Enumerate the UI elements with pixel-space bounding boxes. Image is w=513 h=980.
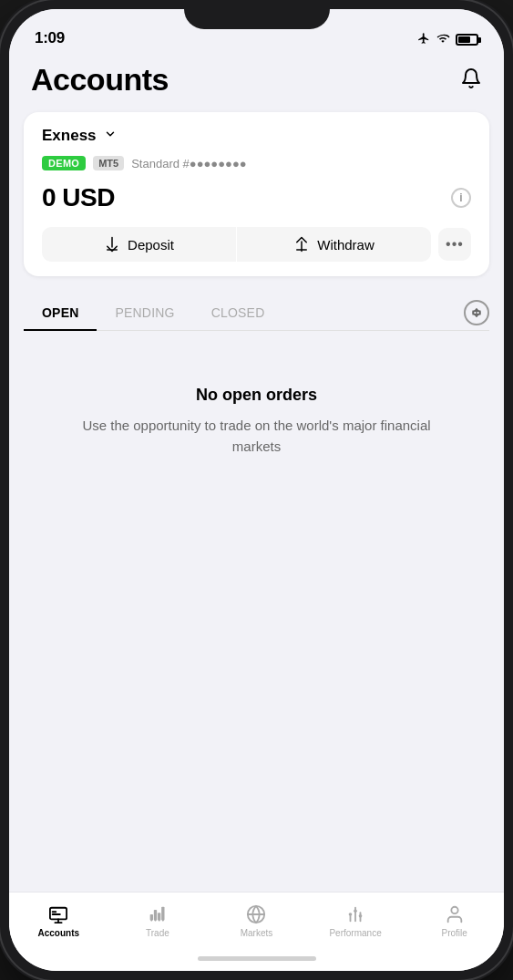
battery-fill — [458, 36, 470, 43]
svg-rect-14 — [158, 913, 160, 920]
notification-button[interactable] — [460, 67, 482, 93]
tab-pending[interactable]: PENDING — [97, 294, 192, 331]
deposit-label: Deposit — [128, 237, 174, 253]
profile-nav-icon — [443, 903, 467, 925]
page-title: Accounts — [31, 62, 169, 98]
notch — [184, 0, 330, 29]
nav-performance[interactable]: Performance — [306, 900, 405, 942]
tabs-row: OPEN PENDING CLOSED — [24, 294, 489, 331]
phone-frame: 1:09 — [0, 0, 513, 980]
nav-accounts[interactable]: Accounts — [9, 900, 108, 942]
deposit-button[interactable]: Deposit — [42, 227, 236, 262]
home-indicator-bar — [198, 956, 316, 961]
withdraw-button[interactable]: Withdraw — [237, 227, 431, 262]
nav-markets[interactable]: Markets — [207, 900, 306, 942]
header: Accounts — [9, 55, 504, 112]
svg-point-18 — [349, 913, 353, 916]
performance-nav-label: Performance — [329, 928, 381, 938]
svg-point-21 — [451, 907, 457, 913]
trade-nav-icon — [146, 903, 169, 925]
tab-open[interactable]: OPEN — [24, 294, 97, 331]
nav-profile[interactable]: Profile — [405, 900, 504, 942]
sort-button[interactable] — [464, 300, 489, 325]
battery-icon — [456, 34, 478, 46]
account-balance: 0 USD — [42, 183, 115, 212]
orders-section: OPEN PENDING CLOSED — [9, 294, 504, 892]
trade-nav-label: Trade — [146, 928, 169, 938]
tab-closed[interactable]: CLOSED — [193, 294, 283, 331]
account-card: Exness DEMO MT5 Standard #●●●●●●●● — [24, 112, 489, 276]
account-type: Standard #●●●●●●●● — [131, 157, 246, 170]
svg-rect-15 — [161, 907, 164, 921]
profile-nav-label: Profile — [441, 928, 467, 938]
deposit-icon — [104, 236, 120, 253]
more-icon: ••• — [446, 236, 464, 253]
empty-title: No open orders — [196, 386, 317, 405]
home-indicator — [9, 945, 504, 971]
account-badges: DEMO MT5 Standard #●●●●●●●● — [42, 156, 471, 170]
empty-subtitle: Use the opportunity to trade on the worl… — [60, 416, 453, 457]
nav-trade[interactable]: Trade — [108, 900, 208, 942]
screen: 1:09 — [9, 9, 504, 971]
chevron-down-icon[interactable] — [104, 128, 117, 144]
status-time: 1:09 — [35, 29, 65, 47]
markets-nav-icon — [244, 903, 268, 925]
more-button[interactable]: ••• — [438, 228, 471, 261]
markets-nav-label: Markets — [241, 928, 273, 938]
wifi-icon — [436, 32, 450, 47]
accounts-nav-label: Accounts — [38, 928, 80, 938]
main-content: Accounts Exness — [9, 55, 504, 892]
svg-point-20 — [359, 914, 363, 918]
bottom-nav: Accounts Trade — [9, 892, 504, 945]
account-actions: Deposit Withdraw ••• — [42, 227, 471, 262]
balance-row: 0 USD i — [42, 183, 471, 212]
airplane-icon — [417, 32, 430, 47]
info-icon[interactable]: i — [451, 188, 471, 208]
sort-icon — [470, 306, 483, 319]
withdraw-label: Withdraw — [317, 237, 374, 253]
broker-name: Exness — [42, 127, 97, 145]
empty-state: No open orders Use the opportunity to tr… — [24, 331, 489, 511]
svg-point-19 — [354, 910, 357, 913]
account-header: Exness — [42, 127, 471, 145]
performance-nav-icon — [344, 903, 367, 925]
demo-badge: DEMO — [42, 156, 86, 170]
platform-badge: MT5 — [93, 156, 124, 170]
accounts-nav-icon — [46, 903, 70, 925]
order-tabs: OPEN PENDING CLOSED — [24, 294, 282, 330]
svg-rect-13 — [154, 910, 157, 921]
status-icons — [417, 32, 478, 47]
withdraw-icon — [293, 236, 310, 253]
svg-rect-12 — [150, 914, 153, 921]
